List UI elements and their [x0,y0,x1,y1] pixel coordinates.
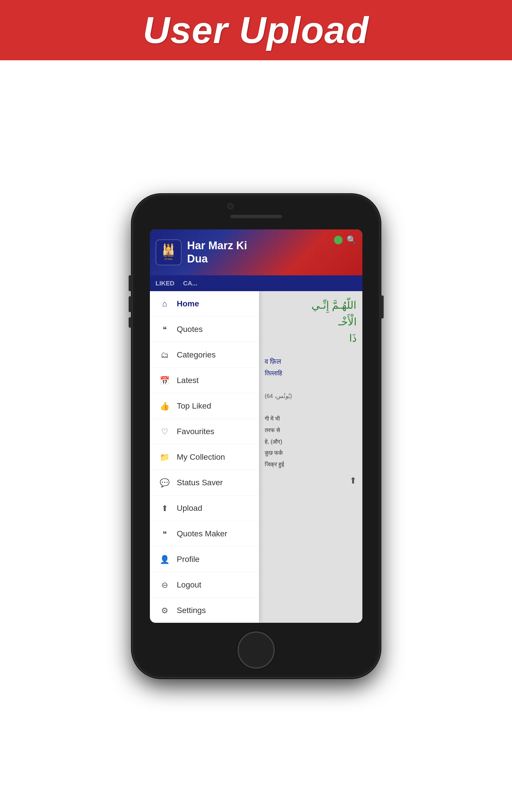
menu-item-upload[interactable]: ⬆Upload [150,496,259,521]
menu-icon-quotes: ❝ [159,323,171,336]
menu-item-profile[interactable]: 👤Profile [150,547,259,572]
search-icon[interactable]: 🔍 [347,235,357,244]
menu-icon-quotes-maker: ❝ [159,527,171,540]
menu-icon-profile: 👤 [159,553,171,566]
menu-item-home[interactable]: ⌂Home [150,291,259,317]
menu-icon-latest: 📅 [159,374,171,387]
menu-label-home: Home [177,299,199,308]
tab-bar: LIKED CA... [150,276,362,291]
menu-item-status-saver[interactable]: 💬Status Saver [150,470,259,496]
menu-icon-favourites: ♡ [159,425,171,438]
logo-text: Har MarzKi Dua [163,254,174,261]
menu-item-my-collection[interactable]: 📁My Collection [150,444,259,470]
menu-label-logout: Logout [177,580,202,589]
menu-label-status-saver: Status Saver [177,478,223,487]
menu-item-quotes-maker[interactable]: ❝Quotes Maker [150,521,259,547]
menu-label-my-collection: My Collection [177,453,225,462]
menu-icon-my-collection: 📁 [159,451,171,463]
menu-icon-settings: ⚙ [159,604,171,617]
menu-item-logout[interactable]: ⊖Logout [150,572,259,598]
header-bg [150,229,362,276]
status-indicator [334,236,343,244]
volume-down-button[interactable] [129,296,132,312]
side-buttons-right [381,295,383,324]
phone-speaker [230,215,282,218]
mosque-icon: 🕌 [162,244,175,254]
menu-label-top-liked: Top Liked [177,401,211,411]
menu-icon-status-saver: 💬 [159,476,171,489]
menu-item-categories[interactable]: 🗂Categories [150,342,259,368]
menu-label-profile: Profile [177,555,200,564]
front-camera [227,203,234,209]
menu-label-latest: Latest [177,376,199,385]
phone-screen: 🕌 Har MarzKi Dua Har Marz Ki Dua 🔍 LIKED… [150,229,362,623]
menu-item-settings[interactable]: ⚙Settings [150,598,259,623]
hindi-content: व फ़िल तिल्लाहि (يُونُس، 64) गी में भी त… [259,352,362,473]
menu-icon-categories: 🗂 [159,349,171,361]
mute-button[interactable] [129,317,132,328]
banner: User Upload [0,0,512,60]
share-area: ⬆ [259,473,362,488]
app-logo: 🕌 Har MarzKi Dua [155,239,181,265]
menu-label-upload: Upload [177,504,202,513]
header-icons: 🔍 [334,235,357,244]
phone-wrapper: #Ebrahim_Syr 🕌 Har MarzKi Dua Har Marz K… [133,60,380,812]
tab-categories[interactable]: CA... [183,278,198,289]
share-icon[interactable]: ⬆ [349,475,357,486]
menu-item-latest[interactable]: 📅Latest [150,368,259,394]
arabic-content: اللّهُـمَّ إِنِّـي الْأَخْـ ذَا [259,291,362,352]
power-button[interactable] [381,295,383,318]
menu-icon-home: ⌂ [159,297,171,310]
menu-label-categories: Categories [177,350,216,359]
menu-item-favourites[interactable]: ♡Favourites [150,419,259,444]
phone: #Ebrahim_Syr 🕌 Har MarzKi Dua Har Marz K… [133,195,380,677]
tab-liked[interactable]: LIKED [155,278,175,289]
menu-icon-logout: ⊖ [159,579,171,591]
volume-up-button[interactable] [129,276,132,291]
app-header: 🕌 Har MarzKi Dua Har Marz Ki Dua 🔍 [150,229,362,276]
menu-icon-upload: ⬆ [159,502,171,515]
menu-item-top-liked[interactable]: 👍Top Liked [150,394,259,419]
phone-bottom [133,623,380,677]
home-button[interactable] [237,631,275,669]
menu-label-settings: Settings [177,606,206,615]
drawer-menu: ⌂Home❝Quotes🗂Categories📅Latest👍Top Liked… [150,291,259,623]
banner-title: User Upload [143,9,369,52]
phone-top [133,195,380,229]
menu-label-quotes: Quotes [177,325,203,334]
main-content: اللّهُـمَّ إِنِّـي الْأَخْـ ذَا व फ़िल त… [259,291,362,623]
menu-label-quotes-maker: Quotes Maker [177,529,227,539]
menu-icon-top-liked: 👍 [159,400,171,412]
menu-item-quotes[interactable]: ❝Quotes [150,317,259,342]
side-buttons-left [129,276,132,333]
menu-label-favourites: Favourites [177,427,215,436]
app-title: Har Marz Ki Dua [187,239,247,265]
